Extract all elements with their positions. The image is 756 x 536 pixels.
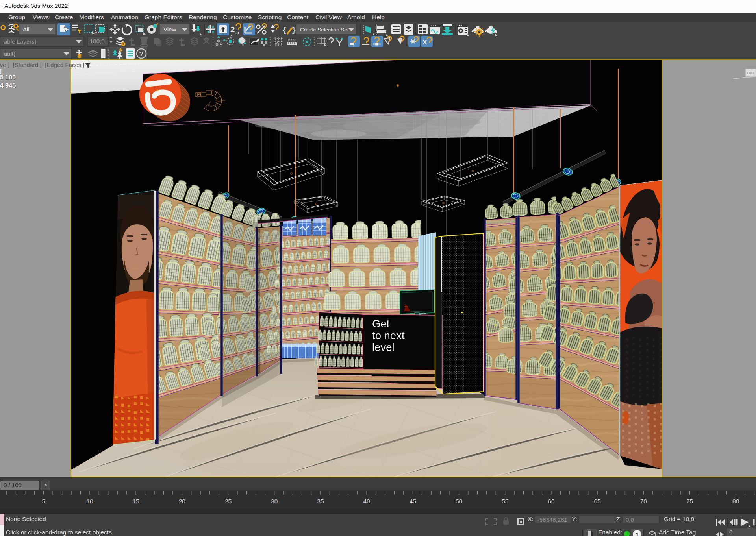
svg-text:35: 35 [317,498,324,505]
svg-text:100,0: 100,0 [90,38,105,44]
svg-text:Get: Get [372,318,390,330]
svg-text:30: 30 [271,498,278,505]
svg-text:65: 65 [594,498,600,505]
svg-text:X: X [422,39,427,46]
svg-text:2: 2 [230,25,235,34]
svg-text:10: 10 [86,498,93,505]
svg-text:{: { [282,26,287,35]
svg-text:15: 15 [132,498,139,505]
svg-text:able Layers): able Layers) [4,38,37,45]
svg-text:View: View [163,26,176,33]
svg-text:?: ? [139,50,143,58]
svg-text:}: } [291,26,296,35]
svg-text:20: 20 [179,498,186,505]
svg-text:80: 80 [732,498,739,505]
svg-text:45: 45 [410,498,416,505]
svg-text:60: 60 [548,498,555,505]
svg-text:25: 25 [225,498,232,505]
svg-text:55: 55 [502,498,508,505]
svg-text:70: 70 [640,498,647,505]
svg-text:1999: 1999 [287,38,295,42]
svg-text:level: level [372,341,395,353]
svg-text:1: 1 [636,531,639,536]
svg-text:50: 50 [456,498,463,505]
svg-text:Create Selection Set: Create Selection Set [300,27,349,33]
svg-text:All: All [23,26,30,33]
svg-text:.5: .5 [235,30,239,35]
svg-text:A: A [276,41,279,47]
svg-text:5: 5 [42,498,45,505]
svg-text:to next: to next [372,329,405,342]
svg-text:ault): ault) [4,50,15,57]
svg-text:40: 40 [363,498,370,505]
svg-text:75: 75 [686,498,693,505]
